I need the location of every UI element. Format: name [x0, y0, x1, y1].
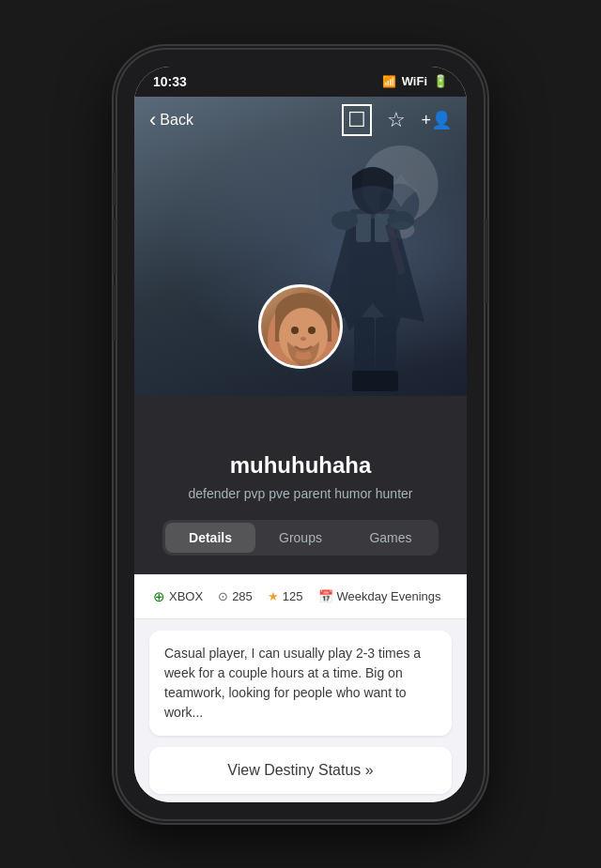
svg-rect-3: [356, 214, 371, 242]
power-button: [485, 219, 488, 303]
bio-text: Casual player, I can usually play 2-3 ti…: [164, 644, 437, 723]
nav-bar: ‹ Back ☐ ☆ +👤: [134, 97, 467, 144]
avatar-container: [258, 284, 343, 369]
volume-up-button: [113, 219, 116, 275]
time-display: 10:33: [153, 74, 187, 89]
reputation-value: 285: [232, 589, 253, 603]
tab-games[interactable]: Games: [346, 523, 436, 553]
hero-section: ‹ Back ☐ ☆ +👤: [134, 97, 467, 397]
tab-groups[interactable]: Groups: [255, 523, 346, 553]
volume-down-button: [113, 284, 116, 341]
back-chevron-icon: ‹: [149, 108, 156, 132]
tab-details[interactable]: Details: [165, 523, 255, 553]
calendar-icon: 📅: [318, 589, 333, 603]
add-friend-icon[interactable]: +👤: [421, 110, 452, 130]
stats-bar: ⊕ XBOX ⊙ 285 ★ 125 📅 We: [134, 575, 467, 619]
mute-button: [113, 172, 116, 206]
favorite-icon[interactable]: ☆: [387, 108, 406, 132]
wifi-icon: WiFi: [402, 74, 427, 88]
svg-point-20: [300, 337, 306, 341]
star-icon: ★: [268, 589, 279, 603]
view-destiny-status-button[interactable]: View Destiny Status »: [149, 747, 452, 794]
reputation-stat: ⊙ 285: [218, 589, 253, 603]
svg-point-12: [388, 211, 414, 230]
status-bar: 10:33 📶 WiFi 🔋: [134, 67, 467, 97]
tab-bar: Details Groups Games: [162, 520, 439, 556]
phone-frame: 10:33 📶 WiFi 🔋: [117, 50, 484, 819]
xbox-icon: ⊕: [153, 588, 165, 605]
nav-actions: ☐ ☆ +👤: [342, 104, 452, 136]
screen-layout: 10:33 📶 WiFi 🔋: [134, 67, 467, 802]
phone-wrapper: 10:33 📶 WiFi 🔋: [0, 0, 601, 868]
svg-point-18: [291, 327, 299, 334]
username: muhuhuhaha: [153, 452, 448, 479]
back-label: Back: [160, 112, 193, 129]
bio-card: Casual player, I can usually play 2-3 ti…: [149, 631, 452, 736]
stars-stat: ★ 125: [268, 589, 303, 603]
tagline: defender pvp pve parent humor hunter: [153, 486, 448, 501]
avatar: [258, 284, 343, 369]
svg-point-19: [308, 327, 316, 334]
chat-icon[interactable]: ☐: [342, 104, 372, 136]
svg-rect-9: [352, 371, 377, 391]
schedule-value: Weekday Evenings: [337, 589, 441, 603]
svg-rect-10: [374, 371, 398, 391]
back-button[interactable]: ‹ Back: [149, 108, 193, 132]
phone-screen: 10:33 📶 WiFi 🔋: [134, 67, 467, 802]
platform-stat: ⊕ XBOX: [153, 588, 203, 605]
signal-icon: 📶: [382, 75, 396, 88]
profile-info: muhuhuhaha defender pvp pve parent humor…: [134, 396, 467, 574]
reputation-icon: ⊙: [218, 589, 228, 603]
svg-point-11: [331, 211, 358, 230]
battery-icon: 🔋: [433, 74, 448, 88]
stars-value: 125: [283, 589, 303, 603]
scrollable-content[interactable]: ⊕ XBOX ⊙ 285 ★ 125 📅 We: [134, 574, 467, 802]
schedule-stat: 📅 Weekday Evenings: [318, 589, 441, 603]
status-icons: 📶 WiFi 🔋: [382, 74, 448, 88]
platform-label: XBOX: [169, 589, 203, 603]
